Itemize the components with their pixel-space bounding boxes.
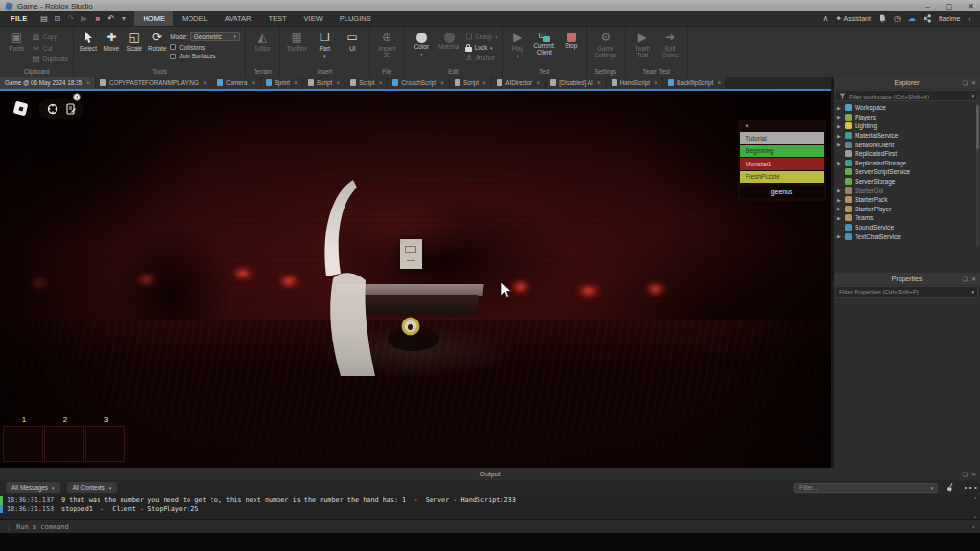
- doc-tab[interactable]: Camera×: [212, 77, 260, 89]
- close-button[interactable]: ✕: [968, 2, 974, 11]
- cut-button[interactable]: ✂Cut: [33, 44, 68, 53]
- tab-close-icon[interactable]: ×: [251, 79, 255, 86]
- explorer-item-soundservice[interactable]: SoundService: [834, 223, 980, 232]
- undo-icon[interactable]: ↶: [104, 13, 117, 25]
- tab-close-icon[interactable]: ×: [203, 79, 207, 86]
- doc-tab[interactable]: HandScript×: [607, 77, 662, 89]
- menu-close-icon[interactable]: ×: [740, 121, 824, 131]
- expand-arrow-icon[interactable]: ▶: [836, 187, 842, 193]
- tab-close-icon[interactable]: ×: [536, 79, 540, 86]
- toolbox-button[interactable]: ▦ Toolbox: [285, 29, 309, 67]
- doc-tab[interactable]: Sprint×: [261, 77, 303, 89]
- tab-close-icon[interactable]: ×: [654, 79, 657, 86]
- roblox-menu-button[interactable]: [11, 99, 31, 119]
- menu-tab-view[interactable]: VIEW: [296, 11, 331, 26]
- expand-arrow-icon[interactable]: ▶: [836, 160, 842, 165]
- account-caret-icon[interactable]: ▾: [968, 16, 970, 22]
- expand-arrow-icon[interactable]: ▶: [836, 114, 842, 120]
- collisions-checkbox[interactable]: [170, 44, 176, 50]
- tab-close-icon[interactable]: ×: [294, 79, 298, 86]
- new-document-icon[interactable]: ▤: [37, 13, 50, 25]
- tab-close-icon[interactable]: ×: [86, 79, 90, 86]
- notifications-bell-icon[interactable]: [879, 14, 886, 23]
- output-filter-input[interactable]: Filter...▾: [794, 483, 938, 493]
- chat-document-icon[interactable]: [65, 103, 77, 115]
- explorer-item-serverstorage[interactable]: ServerStorage: [834, 177, 980, 187]
- command-bar[interactable]: ⋮ Run a command ▾: [0, 519, 980, 533]
- import-3d-button[interactable]: ⊕ Import 3D: [375, 29, 399, 67]
- explorer-item-teams[interactable]: ▶Teams: [834, 213, 980, 223]
- hotbar-slot[interactable]: [3, 426, 43, 462]
- copy-button[interactable]: ▥Copy: [33, 33, 68, 41]
- hotbar-slot[interactable]: [85, 426, 125, 462]
- doc-tab[interactable]: Script×: [345, 77, 387, 89]
- messages-filter-dropdown[interactable]: All Messages▾: [6, 482, 60, 493]
- output-scrollbar[interactable]: ▴▾: [971, 495, 979, 519]
- doc-tab[interactable]: BackflipScript×: [663, 77, 725, 89]
- explorer-item-replicatedfirst[interactable]: ReplicatedFirst: [834, 149, 980, 159]
- material-button[interactable]: Material: [437, 29, 461, 67]
- customize-caret-icon[interactable]: ▾: [118, 13, 130, 25]
- explorer-item-starterpack[interactable]: ▶StarterPack: [834, 195, 980, 205]
- file-menu-button[interactable]: FILE: [4, 12, 33, 25]
- duplicate-button[interactable]: ▤Duplicate: [33, 55, 68, 63]
- level-button-monster1[interactable]: Monster1: [740, 158, 824, 170]
- explorer-filter-caret-icon[interactable]: ▾: [971, 93, 974, 99]
- expand-arrow-icon[interactable]: ▶: [836, 233, 842, 239]
- scale-tool-button[interactable]: ◱ Scale: [124, 29, 144, 67]
- stop-button[interactable]: Stop: [562, 29, 581, 67]
- properties-close-icon[interactable]: ✕: [971, 276, 976, 282]
- clear-output-broom-icon[interactable]: [945, 482, 956, 493]
- properties-filter-caret-icon[interactable]: ▾: [971, 289, 974, 295]
- contexts-filter-dropdown[interactable]: All Contexts▾: [67, 482, 118, 493]
- explorer-item-starterplayer[interactable]: ▶StarterPlayer: [834, 205, 980, 214]
- explorer-item-replicatedstorage[interactable]: ▶ReplicatedStorage: [834, 159, 980, 168]
- tab-close-icon[interactable]: ×: [378, 79, 382, 86]
- menu-tab-test[interactable]: TEST: [259, 11, 295, 26]
- explorer-item-workspace[interactable]: ▶Workspace: [834, 103, 980, 113]
- share-icon[interactable]: [924, 14, 931, 23]
- properties-popout-icon[interactable]: ❏: [963, 276, 968, 282]
- explorer-filter-input[interactable]: Filter workspace (Ctrl+Shift+X) ▾: [835, 90, 978, 101]
- open-insert-icon[interactable]: ⊡: [51, 13, 63, 25]
- controls-wheel-icon[interactable]: [47, 103, 58, 115]
- collisions-checkbox-row[interactable]: Collisions: [170, 44, 240, 51]
- move-tool-button[interactable]: ✚ Move: [101, 29, 121, 67]
- properties-filter-input[interactable]: Filter Properties (Ctrl+Shift+P) ▾: [835, 286, 978, 298]
- doc-tab[interactable]: Script×: [303, 77, 345, 89]
- game-settings-button[interactable]: ⚙ Game Settings: [591, 29, 620, 67]
- level-button-fleshpuzzle[interactable]: FleshPuzzle: [740, 171, 824, 184]
- rotate-tool-button[interactable]: ⟳ Rotate: [147, 29, 167, 67]
- explorer-item-serverscriptservice[interactable]: ServerScriptService: [834, 167, 980, 177]
- redo-icon[interactable]: ↷: [64, 13, 77, 25]
- minimize-button[interactable]: –: [925, 2, 929, 11]
- level-button-beginning[interactable]: Beginning: [740, 145, 824, 158]
- join-surfaces-checkbox-row[interactable]: Join Surfaces: [170, 53, 240, 59]
- expand-arrow-icon[interactable]: ▶: [836, 206, 842, 211]
- help-icon[interactable]: ◷: [894, 14, 901, 24]
- tab-close-icon[interactable]: ×: [336, 79, 340, 86]
- play-button[interactable]: ▶ Play ▾: [508, 29, 527, 67]
- tab-close-icon[interactable]: ×: [440, 79, 444, 86]
- maximize-button[interactable]: ▢: [946, 2, 953, 11]
- ui-button[interactable]: ▭ UI: [341, 29, 365, 67]
- assistant-button[interactable]: ✦ Assistant: [835, 14, 871, 24]
- command-bar-grip[interactable]: ⋮: [5, 523, 11, 531]
- game-viewport[interactable]: 1 × TutorialBeginningMonster1FleshPuzzle…: [0, 91, 831, 468]
- expand-arrow-icon[interactable]: ▶: [836, 133, 842, 139]
- doc-tab[interactable]: Game @ 06 May 2024 18:35×: [0, 77, 95, 89]
- expand-arrow-icon[interactable]: ▶: [836, 105, 842, 111]
- menu-tab-avatar[interactable]: AVATAR: [216, 11, 260, 26]
- explorer-scrollbar[interactable]: [976, 103, 979, 247]
- scroll-up-icon[interactable]: ▴: [973, 495, 976, 500]
- explorer-popout-icon[interactable]: ❏: [963, 79, 968, 86]
- select-tool-button[interactable]: Select: [78, 29, 98, 67]
- tab-close-icon[interactable]: ×: [482, 79, 486, 86]
- collapse-ribbon-icon[interactable]: ∧: [822, 14, 828, 24]
- doc-tab[interactable]: Script×: [450, 77, 491, 89]
- team-test-button[interactable]: ▶ Team Test: [631, 29, 655, 67]
- explorer-item-lighting[interactable]: ▶Lighting: [834, 121, 980, 131]
- doc-tab[interactable]: CrouchScript×: [388, 77, 449, 89]
- doc-tab[interactable]: AIDirector×: [492, 77, 545, 89]
- anchor-button[interactable]: ⚓Anchor: [465, 54, 498, 62]
